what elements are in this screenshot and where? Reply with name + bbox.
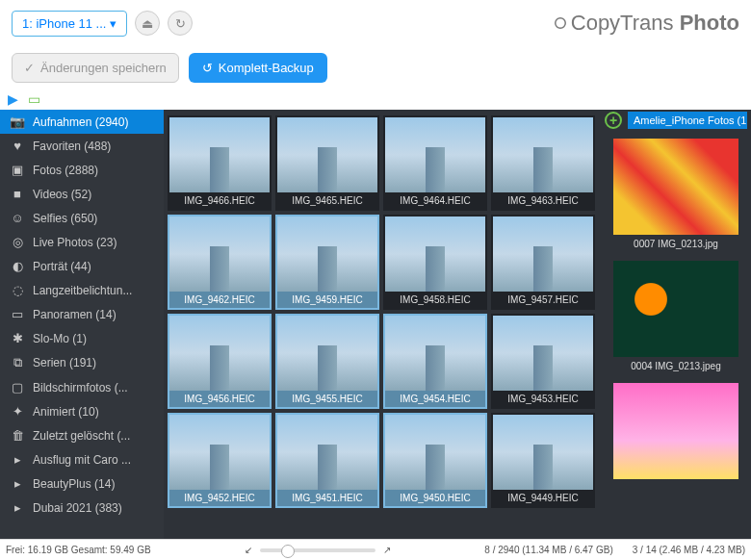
save-changes-button: ✓ Änderungen speichern xyxy=(12,53,179,83)
thumb-image xyxy=(385,216,485,292)
zoom-in-icon[interactable]: ↗ xyxy=(383,545,391,555)
photo-thumb[interactable]: IMG_9451.HEIC xyxy=(275,413,379,508)
sidebar-item-label: Aufnahmen (2940) xyxy=(33,115,128,129)
sidebar-item[interactable]: ▸Dubai 2021 (383) xyxy=(0,496,164,520)
photo-grid[interactable]: IMG_9466.HEICIMG_9465.HEICIMG_9464.HEICI… xyxy=(164,110,601,539)
right-thumb[interactable]: 0007 IMG_0213.jpg xyxy=(613,139,738,253)
sidebar-item[interactable]: ✱Slo-Mo (1) xyxy=(0,326,164,350)
photo-thumb[interactable]: IMG_9454.HEIC xyxy=(383,314,487,409)
right-panel-tab[interactable]: Amelie_iPhone Fotos (1 xyxy=(628,112,747,129)
thumb-label: IMG_9463.HEIC xyxy=(493,192,593,209)
right-thumb[interactable]: 0004 IMG_0213.jpeg xyxy=(613,261,738,375)
brand-logo: CopyTrans Photo xyxy=(554,11,739,36)
sidebar-item[interactable]: ▸Ausflug mit Caro ... xyxy=(0,447,164,471)
zoom-slider[interactable] xyxy=(260,548,376,552)
thumb-label: IMG_9458.HEIC xyxy=(385,292,485,308)
photo-thumb[interactable]: IMG_9466.HEIC xyxy=(168,115,272,211)
right-thumb-image xyxy=(613,383,738,479)
thumb-image xyxy=(385,117,485,192)
save-label: Änderungen speichern xyxy=(40,61,167,75)
thumb-label: IMG_9450.HEIC xyxy=(385,490,485,506)
sidebar-item-label: Favoriten (488) xyxy=(33,140,111,153)
backup-button[interactable]: ↺ Komplett-Backup xyxy=(189,53,327,83)
sidebar-item-label: Serien (191) xyxy=(33,356,96,369)
sidebar-item-label: BeautyPlus (14) xyxy=(33,477,115,491)
thumb-image xyxy=(385,415,485,490)
sidebar-item[interactable]: ⧉Serien (191) xyxy=(0,350,164,375)
thumb-image xyxy=(277,415,377,490)
screen-icon: ▢ xyxy=(10,380,25,395)
photo-thumb[interactable]: IMG_9455.HEIC xyxy=(275,314,379,409)
photo-thumb[interactable]: IMG_9463.HEIC xyxy=(491,115,595,211)
photo-thumb[interactable]: IMG_9457.HEIC xyxy=(491,215,595,310)
slomo-icon: ✱ xyxy=(10,331,25,345)
sidebar-item-label: Slo-Mo (1) xyxy=(33,332,87,345)
action-bar: ✓ Änderungen speichern ↺ Komplett-Backup xyxy=(0,46,751,89)
photo-thumb[interactable]: IMG_9459.HEIC xyxy=(275,215,379,310)
album-icon[interactable]: ▭ xyxy=(28,91,40,107)
thumb-label: IMG_9452.HEIC xyxy=(169,490,270,506)
camera-icon: 📷 xyxy=(10,115,25,129)
refresh-button[interactable]: ↻ xyxy=(168,11,193,36)
anim-icon: ✦ xyxy=(10,404,25,419)
thumb-label: IMG_9454.HEIC xyxy=(385,391,485,407)
sidebar-item[interactable]: ▣Fotos (2888) xyxy=(0,158,164,182)
thumb-image xyxy=(169,117,270,192)
live-icon: ◎ xyxy=(10,235,25,249)
sidebar-item-label: Videos (52) xyxy=(33,188,91,201)
zoom-out-icon[interactable]: ↙ xyxy=(245,545,252,555)
photo-thumb[interactable]: IMG_9464.HEIC xyxy=(383,115,487,211)
thumb-image xyxy=(493,117,593,192)
thumb-label: IMG_9449.HEIC xyxy=(493,490,593,506)
play-icon[interactable]: ▶ xyxy=(8,91,18,107)
photo-thumb[interactable]: IMG_9456.HEIC xyxy=(168,314,272,409)
sidebar-item[interactable]: ■Videos (52) xyxy=(0,182,164,206)
main-area: 📷Aufnahmen (2940)♥Favoriten (488)▣Fotos … xyxy=(0,110,751,539)
video-icon: ■ xyxy=(10,187,25,201)
thumb-image xyxy=(169,216,270,292)
photo-thumb[interactable]: IMG_9458.HEIC xyxy=(383,215,487,310)
right-thumb-label: 0004 IMG_0213.jpeg xyxy=(613,357,738,375)
sidebar-item[interactable]: ▭Panoramen (14) xyxy=(0,302,164,326)
sidebar-item[interactable]: ✦Animiert (10) xyxy=(0,399,164,423)
svg-point-0 xyxy=(556,18,566,29)
status-bar: Frei: 16.19 GB Gesamt: 59.49 GB ↙ ↗ 8 / … xyxy=(0,539,751,560)
photo-thumb[interactable]: IMG_9462.HEIC xyxy=(168,215,272,310)
sidebar-item[interactable]: ▢Bildschirmfotos (... xyxy=(0,375,164,399)
thumb-label: IMG_9465.HEIC xyxy=(277,192,377,209)
backup-label: Komplett-Backup xyxy=(219,61,314,75)
photo-thumb[interactable]: IMG_9452.HEIC xyxy=(168,413,272,508)
trash-icon: 🗑 xyxy=(10,428,25,443)
status-storage: Frei: 16.19 GB Gesamt: 59.49 GB xyxy=(6,545,151,555)
sidebar-item[interactable]: ▸BeautyPlus (14) xyxy=(0,471,164,496)
right-thumb[interactable] xyxy=(613,383,738,479)
thumb-image xyxy=(277,216,377,292)
sidebar-item-label: Selfies (650) xyxy=(33,212,97,225)
album-icon: ▸ xyxy=(10,476,25,491)
sidebar-item[interactable]: ◌Langzeitbelichtun... xyxy=(0,278,164,302)
sidebar-item-label: Panoramen (14) xyxy=(33,308,117,321)
sidebar-item[interactable]: 🗑Zuletzt gelöscht (... xyxy=(0,423,164,447)
sidebar: 📷Aufnahmen (2940)♥Favoriten (488)▣Fotos … xyxy=(0,110,164,539)
status-selection: 8 / 2940 (11.34 MB / 6.47 GB) xyxy=(484,545,612,555)
add-album-button[interactable]: + xyxy=(605,112,622,129)
sidebar-item[interactable]: 📷Aufnahmen (2940) xyxy=(0,110,164,134)
right-thumb-image xyxy=(613,139,738,235)
thumb-label: IMG_9459.HEIC xyxy=(277,292,377,308)
photo-thumb[interactable]: IMG_9465.HEIC xyxy=(275,115,379,211)
thumb-label: IMG_9456.HEIC xyxy=(169,391,270,407)
right-panel: + Amelie_iPhone Fotos (1 0007 IMG_0213.j… xyxy=(601,110,751,539)
photo-thumb[interactable]: IMG_9453.HEIC xyxy=(491,314,595,409)
sidebar-item[interactable]: ◎Live Photos (23) xyxy=(0,230,164,254)
eject-button[interactable]: ⏏ xyxy=(135,11,160,36)
sidebar-item-label: Dubai 2021 (383) xyxy=(33,501,122,515)
sidebar-item[interactable]: ♥Favoriten (488) xyxy=(0,134,164,158)
chevron-down-icon: ▾ xyxy=(110,16,117,31)
sidebar-item[interactable]: ☺Selfies (650) xyxy=(0,206,164,230)
sidebar-item[interactable]: ◐Porträt (44) xyxy=(0,254,164,278)
photo-thumb[interactable]: IMG_9449.HEIC xyxy=(491,413,595,508)
device-selector[interactable]: 1: iPhone 11 ... ▾ xyxy=(12,11,127,37)
thumb-image xyxy=(493,216,593,292)
photo-thumb[interactable]: IMG_9450.HEIC xyxy=(383,413,487,508)
heart-icon: ♥ xyxy=(10,139,25,153)
